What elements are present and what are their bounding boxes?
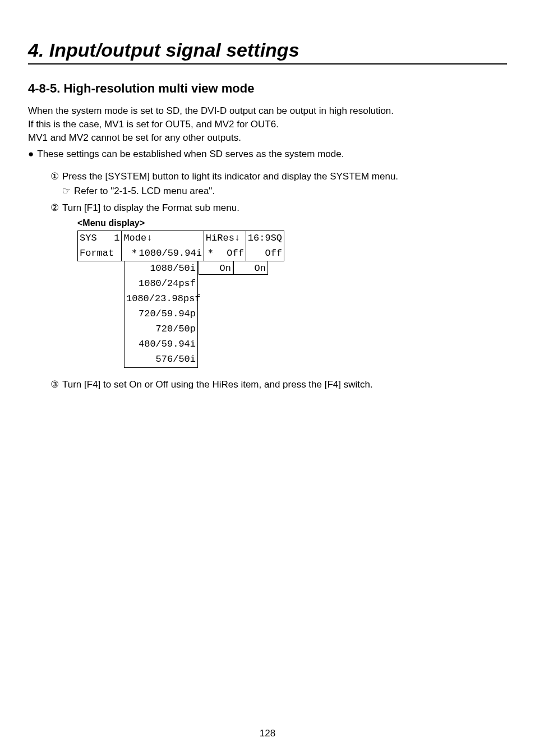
step-1-ref: ☞ Refer to "2-1-5. LCD menu area". — [62, 185, 507, 198]
step-1: ① Press the [SYSTEM] button to light its… — [50, 170, 507, 198]
menu-display-caption: <Menu display> — [77, 218, 507, 228]
intro-line-2: If this is the case, MV1 is set for OUT5… — [28, 118, 507, 131]
menu-mode-header: Mode↓ — [122, 231, 204, 246]
menu-table: SYS 1 Mode↓ HiRes↓ 16:9SQ Format ＊1080/5… — [77, 231, 284, 262]
menu-options-block: 1080/50i On On 1080/24psf 1080/23.98psf … — [77, 261, 507, 368]
mode-option: 720/59.94p — [124, 307, 198, 322]
menu-display-block: SYS 1 Mode↓ HiRes↓ 16:9SQ Format ＊1080/5… — [77, 231, 507, 368]
menu-sys-cell: SYS 1 — [78, 231, 122, 246]
mode-option: 1080/50i — [124, 261, 198, 276]
sq-option: On — [233, 261, 268, 275]
mode-option: 1080/23.98psf — [124, 292, 198, 307]
step-3: ③ Turn [F4] to set On or Off using the H… — [50, 378, 507, 391]
menu-format-label: Format — [78, 246, 122, 261]
page-number: 128 — [0, 728, 535, 739]
intro-line-3: MV1 and MV2 cannot be set for any other … — [28, 131, 507, 145]
intro-paragraph: When the system mode is set to SD, the D… — [28, 104, 507, 144]
note-text: These settings can be established when S… — [37, 147, 344, 161]
menu-hires-value: ＊ Off — [204, 246, 246, 261]
chapter-heading: 4. Input/output signal settings — [28, 39, 507, 64]
step-1-text: Press the [SYSTEM] button to light its i… — [62, 170, 507, 183]
menu-hires-header: HiRes↓ — [204, 231, 246, 246]
menu-169sq-header: 16:9SQ — [246, 231, 284, 246]
step-3-text: Turn [F4] to set On or Off using the HiR… — [62, 378, 507, 391]
circled-one-icon: ① — [50, 170, 59, 198]
pointer-icon: ☞ — [62, 185, 71, 198]
hires-option: On — [199, 261, 233, 275]
menu-169sq-value: Off — [246, 246, 284, 261]
step-2-text: Turn [F1] to display the Format sub menu… — [62, 201, 507, 215]
bullet-icon: ● — [28, 147, 34, 161]
mode-option: 576/50i — [124, 352, 198, 368]
mode-option: 1080/24psf — [124, 276, 198, 292]
section-number: 4-8-5. — [28, 81, 60, 95]
mode-option: 720/50p — [124, 322, 198, 337]
circled-three-icon: ③ — [50, 378, 59, 391]
mode-option: 480/59.94i — [124, 337, 198, 352]
circled-two-icon: ② — [50, 201, 59, 215]
step-2: ② Turn [F1] to display the Format sub me… — [50, 201, 507, 215]
note-bullet: ● These settings can be established when… — [28, 147, 507, 161]
step-1-ref-text: Refer to "2-1-5. LCD menu area". — [74, 185, 215, 198]
section-heading: 4-8-5. High-resolution multi view mode — [28, 81, 507, 96]
intro-line-1: When the system mode is set to SD, the D… — [28, 104, 507, 118]
section-title: High-resolution multi view mode — [64, 81, 255, 95]
menu-mode-value: ＊1080/59.94i — [122, 246, 204, 261]
